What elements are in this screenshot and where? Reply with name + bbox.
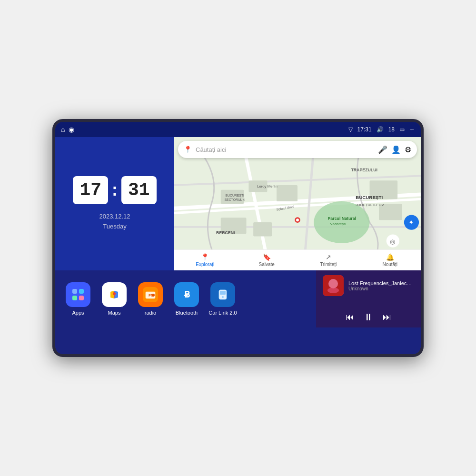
main-content: 17 : 31 2023.12.12 Tuesday (55, 137, 421, 354)
clock-colon: : (112, 180, 118, 200)
clock-panel: 17 : 31 2023.12.12 Tuesday (55, 137, 174, 270)
clock-date: 2023.12.12 Tuesday (99, 212, 130, 232)
svg-text:◎: ◎ (390, 238, 395, 245)
location-icon[interactable]: ◉ (69, 126, 74, 133)
svg-rect-35 (79, 296, 84, 300)
back-button[interactable]: ← (409, 126, 415, 133)
car-head-unit: ⌂ ◉ ▽ 17:31 🔊 18 ▭ ← 17 : 3 (52, 119, 424, 357)
svg-text:Parcul Natural: Parcul Natural (328, 216, 357, 221)
signal-strength: 18 (388, 126, 395, 133)
maps-label: Maps (108, 310, 121, 316)
svg-text:BUCUREȘTI: BUCUREȘTI (226, 194, 245, 198)
svg-text:Văcărești: Văcărești (330, 222, 346, 226)
svg-text:Ƀ: Ƀ (184, 290, 190, 299)
mic-icon[interactable]: 🎤 (378, 145, 387, 154)
time-display: 17:31 (357, 126, 372, 133)
status-bar-left: ⌂ ◉ (61, 126, 74, 133)
music-info: Lost Frequencies_Janieck Devy-... Unknow… (323, 275, 414, 296)
music-panel: Lost Frequencies_Janieck Devy-... Unknow… (316, 270, 421, 327)
svg-rect-32 (72, 289, 77, 294)
music-controls: ⏮ ⏸ ⏭ (323, 312, 414, 323)
volume-icon[interactable]: 🔊 (377, 126, 384, 133)
map-nav-send[interactable]: ↗ Trimiteți (298, 253, 359, 267)
svg-text:TRAPEZULUI: TRAPEZULUI (351, 168, 377, 172)
prev-button[interactable]: ⏮ (346, 312, 354, 322)
album-art (323, 275, 344, 296)
account-icon[interactable]: 👤 (391, 145, 401, 154)
map-panel[interactable]: Parcul Natural Văcărești TRAPEZULUI (174, 137, 421, 270)
next-button[interactable]: ⏭ (383, 312, 391, 322)
svg-text:Leroy Merlin: Leroy Merlin (257, 184, 278, 188)
send-icon: ↗ (326, 253, 331, 261)
svg-rect-14 (253, 222, 272, 236)
gps-icon: ▽ (348, 126, 353, 133)
apps-label: Apps (72, 310, 84, 316)
map-bottom-bar: 📍 Explorați 🔖 Salvate ↗ Trimiteți 🔔 (174, 249, 421, 270)
map-nav-explore[interactable]: 📍 Explorați (174, 253, 236, 267)
screen: ⌂ ◉ ▽ 17:31 🔊 18 ▭ ← 17 : 3 (55, 122, 421, 354)
top-section: 17 : 31 2023.12.12 Tuesday (55, 137, 421, 270)
play-pause-button[interactable]: ⏸ (364, 312, 373, 323)
apps-panel: Apps (55, 270, 316, 327)
explore-label: Explorați (196, 262, 214, 267)
music-artist: Unknown (348, 286, 414, 291)
status-bar-right: ▽ 17:31 🔊 18 ▭ ← (348, 126, 415, 133)
map-nav-news[interactable]: 🔔 Noutăți (359, 253, 421, 267)
clock-display: 17 : 31 (73, 176, 156, 204)
send-label: Trimiteți (320, 262, 337, 267)
map-search-actions: 🎤 👤 ⚙ (378, 145, 411, 154)
status-bar: ⌂ ◉ ▽ 17:31 🔊 18 ▭ ← (55, 122, 421, 137)
svg-text:BUCUREȘTI: BUCUREȘTI (356, 195, 383, 200)
svg-point-41 (152, 294, 155, 297)
carlink-icon (210, 282, 235, 307)
app-item-maps[interactable]: Maps (99, 282, 129, 316)
svg-point-37 (113, 292, 116, 295)
app-item-bluetooth[interactable]: Ƀ Bluetooth (171, 282, 202, 316)
bottom-section: Apps (55, 270, 421, 327)
svg-text:SECTORUL 4: SECTORUL 4 (225, 198, 245, 201)
app-item-apps[interactable]: Apps (63, 282, 93, 316)
svg-point-49 (328, 279, 338, 288)
radio-label: radio (145, 310, 156, 316)
home-icon[interactable]: ⌂ (61, 126, 65, 133)
svg-point-50 (327, 288, 339, 293)
explore-icon: 📍 (201, 253, 209, 261)
music-text: Lost Frequencies_Janieck Devy-... Unknow… (348, 280, 414, 291)
svg-rect-34 (72, 296, 77, 300)
app-item-carlink[interactable]: Car Link 2.0 (208, 282, 238, 316)
bluetooth-icon: Ƀ (174, 282, 199, 307)
map-pin-icon: 📍 (184, 146, 192, 153)
svg-rect-33 (79, 289, 84, 294)
apps-icon (66, 282, 90, 307)
radio-icon: FM (138, 282, 163, 307)
svg-text:✦: ✦ (408, 219, 414, 226)
maps-icon (102, 282, 127, 307)
bluetooth-label: Bluetooth (176, 310, 198, 316)
svg-rect-46 (220, 291, 226, 295)
carlink-label: Car Link 2.0 (208, 310, 237, 316)
svg-text:JUDEȚUL ILFOV: JUDEȚUL ILFOV (356, 203, 384, 207)
saved-label: Salvate (259, 262, 275, 267)
svg-rect-12 (277, 185, 298, 201)
more-icon[interactable]: ⚙ (405, 145, 411, 154)
svg-point-47 (222, 296, 224, 298)
svg-text:BERCENI: BERCENI (216, 230, 235, 235)
news-icon: 🔔 (386, 253, 394, 261)
music-title: Lost Frequencies_Janieck Devy-... (348, 280, 414, 286)
clock-minutes: 31 (121, 176, 157, 204)
map-nav-saved[interactable]: 🔖 Salvate (236, 253, 298, 267)
app-item-radio[interactable]: FM radio (135, 282, 166, 316)
map-search-bar[interactable]: 📍 Căutați aici 🎤 👤 ⚙ (178, 141, 417, 158)
svg-point-27 (296, 218, 299, 221)
map-search-input[interactable]: Căutați aici (196, 146, 374, 153)
news-label: Noutăți (382, 262, 397, 267)
battery-icon: ▭ (399, 126, 405, 133)
clock-hours: 17 (73, 176, 108, 204)
saved-icon: 🔖 (263, 253, 271, 261)
